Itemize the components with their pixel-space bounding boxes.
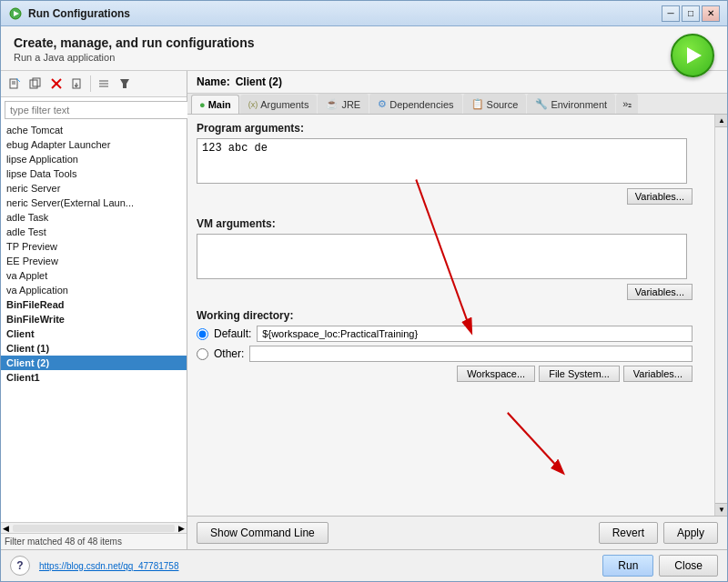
svg-marker-15 [120,79,129,88]
tab-overflow[interactable]: »₂ [616,94,638,114]
footer-link[interactable]: https://blog.csdn.net/qq_47781758 [39,561,178,571]
list-item[interactable]: ebug Adapter Launcher [1,137,187,152]
run-triangle-icon [687,47,702,64]
footer-close-button[interactable]: Close [659,555,718,577]
name-bar: Name: Client (2) [187,71,727,94]
program-args-variables-button[interactable]: Variables... [627,188,693,205]
run-circle-button[interactable] [671,34,714,77]
dir-buttons: Workspace... File System... Variables... [197,366,693,382]
program-args-label: Program arguments: [197,122,693,135]
minimize-button[interactable]: ─ [662,5,680,22]
filter-input[interactable] [5,101,190,119]
configuration-list: ache Tomcat ebug Adapter Launcher lipse … [1,123,187,522]
scroll-track-right [715,127,727,503]
other-dir-input[interactable] [249,346,693,362]
vm-args-input[interactable] [197,234,687,279]
jre-tab-label: JRE [341,99,360,110]
list-item[interactable]: va Applet [1,268,187,283]
arguments-tab-icon: (x) [248,100,258,109]
list-item[interactable]: Client1 [1,370,187,385]
program-args-container: 123 abc de Variables... [197,138,693,205]
list-item[interactable]: neric Server [1,181,187,196]
import-button[interactable] [67,74,87,94]
list-item[interactable]: BinFileRead [1,297,187,312]
duplicate-button[interactable] [25,74,46,94]
delete-button[interactable] [46,74,66,94]
list-item[interactable]: adle Task [1,210,187,225]
tree-scroll-area: ache Tomcat ebug Adapter Launcher lipse … [1,123,187,533]
horizontal-scrollbar[interactable]: ◀ ▶ [1,522,187,533]
help-button[interactable]: ? [10,556,30,576]
scroll-right-btn[interactable]: ▶ [177,524,187,533]
list-item[interactable]: EE Preview [1,254,187,268]
arguments-tab-label: Arguments [260,99,308,110]
filter-status: Filter matched 48 of 48 items [1,533,187,549]
other-radio[interactable] [197,348,208,360]
run-button[interactable]: Run [602,555,653,577]
vertical-scrollbar[interactable]: ▲ ▼ [714,115,727,516]
scroll-left-btn[interactable]: ◀ [1,524,11,533]
filesystem-button[interactable]: File System... [539,366,620,382]
working-dir-label: Working directory: [197,309,693,322]
new-config-button[interactable] [5,74,25,94]
revert-button[interactable]: Revert [599,522,658,544]
environment-tab-label: Environment [551,99,607,110]
right-panel: Name: Client (2) ● Main (x) Arguments ☕ … [187,71,727,549]
svg-rect-6 [30,80,37,88]
default-radio-label: Default: [214,327,251,340]
tab-jre[interactable]: ☕ JRE [318,94,369,114]
footer: ? https://blog.csdn.net/qq_47781758 Run … [1,549,727,581]
other-dir-row: Other: [197,346,693,362]
default-dir-input[interactable] [257,326,693,342]
source-tab-icon: 📋 [471,98,484,110]
environment-tab-icon: 🔧 [535,98,548,110]
footer-buttons: Run Close [602,555,718,577]
list-item[interactable]: lipse Data Tools [1,166,187,181]
dialog-subtitle: Run a Java application [14,52,663,63]
main-content-wrapper: Program arguments: 123 abc de Variables.… [187,115,727,516]
tab-source[interactable]: 📋 Source [463,94,527,114]
window-title: Run Configurations [28,7,130,20]
main-tab-icon: ● [199,99,206,110]
tab-main[interactable]: ● Main [191,95,239,114]
overflow-tab-label: »₂ [622,98,632,110]
config-name: Client (2) [236,75,282,88]
name-label: Name: [197,75,230,88]
default-radio[interactable] [197,328,208,340]
scroll-up-button[interactable]: ▲ [715,115,727,127]
header: Create, manage, and run configurations R… [1,26,727,71]
bottom-action-bar: Show Command Line Revert Apply [187,516,727,549]
other-radio-label: Other: [214,347,244,360]
dir-variables-button[interactable]: Variables... [623,366,693,382]
scroll-down-button[interactable]: ▼ [715,503,727,516]
jre-tab-icon: ☕ [326,98,339,110]
list-item[interactable]: neric Server(External Laun... [1,196,187,210]
tab-dependencies[interactable]: ⚙ Dependencies [369,94,461,114]
show-command-line-button[interactable]: Show Command Line [197,522,329,544]
tab-environment[interactable]: 🔧 Environment [527,94,615,114]
list-item[interactable]: Client (1) [1,341,187,356]
dialog-title: Create, manage, and run configurations [14,35,663,50]
vm-args-variables-button[interactable]: Variables... [627,284,693,300]
list-item[interactable]: adle Test [1,225,187,239]
maximize-button[interactable]: □ [682,5,700,22]
list-item-client2[interactable]: Client (2) [1,356,187,370]
tab-arguments[interactable]: (x) Arguments [240,95,318,114]
list-item[interactable]: lipse Application [1,152,187,166]
list-item[interactable]: Client [1,326,187,341]
collapse-button[interactable] [94,74,114,94]
list-item[interactable]: TP Preview [1,239,187,254]
vm-args-section: VM arguments: Variables... [197,217,693,300]
filter-button[interactable] [115,74,135,94]
list-item[interactable]: BinFileWrite [1,312,187,326]
apply-button[interactable]: Apply [663,522,718,544]
list-item[interactable]: va Application [1,283,187,297]
program-args-input[interactable]: 123 abc de [197,138,687,184]
left-toolbar [1,71,187,97]
title-bar: Run Configurations ─ □ ✕ [1,1,727,26]
close-window-button[interactable]: ✕ [702,5,720,22]
working-dir-section: Working directory: Default: Other: [197,309,693,382]
list-item[interactable]: ache Tomcat [1,123,187,137]
workspace-button[interactable]: Workspace... [457,366,535,382]
dependencies-tab-icon: ⚙ [378,98,387,110]
